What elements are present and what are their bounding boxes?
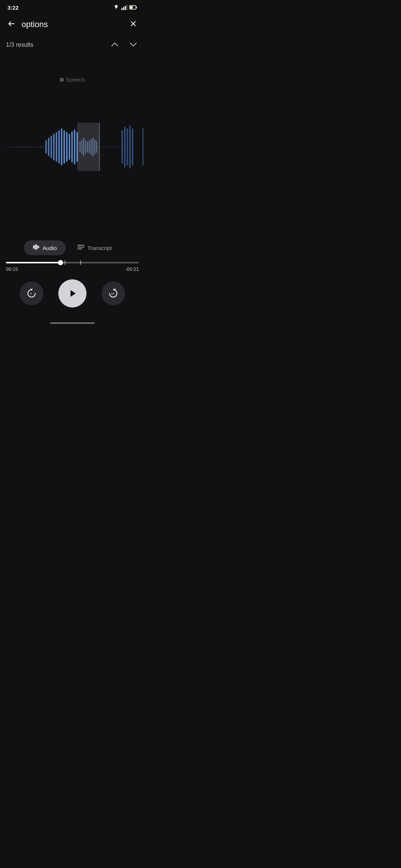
- svg-rect-29: [92, 138, 94, 156]
- svg-text:5: 5: [30, 292, 32, 295]
- close-button[interactable]: [128, 18, 139, 31]
- play-button[interactable]: [58, 279, 87, 308]
- svg-text:10: 10: [111, 292, 114, 295]
- svg-rect-31: [96, 141, 97, 153]
- svg-rect-24: [83, 138, 84, 156]
- progress-filled: [6, 262, 61, 263]
- nav-buttons: [109, 39, 139, 51]
- svg-rect-15: [63, 130, 65, 164]
- svg-rect-40: [33, 246, 34, 249]
- svg-rect-17: [69, 134, 70, 160]
- remaining-time: -00:21: [125, 266, 139, 272]
- next-result-button[interactable]: [128, 39, 139, 51]
- svg-rect-35: [127, 128, 128, 165]
- prev-result-button[interactable]: [109, 39, 120, 51]
- svg-rect-19: [74, 129, 75, 164]
- progress-bar[interactable]: [6, 262, 139, 263]
- svg-rect-42: [36, 244, 37, 250]
- player-controls: 5 10: [0, 272, 145, 319]
- svg-rect-23: [81, 139, 82, 154]
- svg-rect-25: [85, 140, 86, 154]
- svg-rect-0: [121, 8, 123, 10]
- svg-rect-43: [37, 245, 38, 249]
- svg-rect-9: [48, 138, 49, 156]
- progress-marker-1: [65, 260, 65, 265]
- current-time: 00:15: [6, 266, 18, 272]
- svg-rect-13: [58, 130, 60, 164]
- svg-rect-5: [136, 7, 137, 9]
- svg-rect-28: [91, 139, 92, 155]
- speech-label-text: Speech: [66, 76, 85, 83]
- svg-rect-22: [79, 141, 81, 152]
- tab-transcript-label: Transcript: [87, 245, 112, 251]
- battery-icon: [129, 5, 137, 10]
- progress-marker-2: [80, 260, 81, 265]
- svg-rect-8: [45, 140, 47, 154]
- svg-rect-14: [61, 128, 62, 165]
- transcript-tab-icon: [78, 244, 84, 251]
- search-query-text: options: [22, 20, 123, 29]
- speech-dot-icon: [60, 78, 64, 82]
- top-bar: options: [0, 13, 145, 36]
- svg-rect-2: [125, 6, 126, 10]
- signal-icon: [121, 5, 127, 10]
- svg-rect-11: [53, 134, 55, 160]
- svg-rect-10: [50, 136, 52, 158]
- svg-rect-1: [123, 7, 124, 10]
- progress-times: 00:15 -00:21: [6, 266, 139, 272]
- rewind-button[interactable]: 5: [20, 282, 43, 305]
- svg-rect-36: [129, 125, 131, 168]
- svg-rect-30: [94, 139, 95, 154]
- wifi-icon: [113, 5, 120, 10]
- waveform-display: [0, 95, 145, 199]
- svg-rect-27: [89, 140, 90, 154]
- svg-rect-44: [38, 246, 39, 248]
- svg-rect-26: [87, 141, 88, 152]
- forward-button[interactable]: 10: [101, 282, 125, 305]
- status-time: 3:22: [7, 4, 19, 11]
- status-bar: 3:22: [0, 0, 145, 13]
- progress-thumb[interactable]: [58, 260, 63, 265]
- waveform-container: Speech: [0, 62, 145, 232]
- waveform-svg: [0, 117, 145, 177]
- svg-rect-41: [34, 245, 35, 249]
- svg-rect-16: [66, 132, 68, 162]
- tab-transcript[interactable]: Transcript: [69, 240, 121, 255]
- svg-rect-12: [56, 132, 57, 162]
- svg-rect-18: [71, 131, 73, 162]
- audio-tab-icon: [33, 244, 40, 251]
- back-button[interactable]: [6, 18, 17, 31]
- svg-rect-37: [132, 128, 133, 165]
- tabs-container: Audio Transcript: [0, 236, 145, 260]
- status-icons: [113, 5, 137, 10]
- svg-rect-33: [121, 130, 123, 164]
- results-count: 1/3 results: [6, 42, 33, 48]
- tab-audio[interactable]: Audio: [24, 240, 66, 255]
- svg-rect-34: [124, 126, 125, 167]
- svg-rect-3: [127, 5, 128, 10]
- tab-audio-label: Audio: [43, 245, 57, 251]
- speech-label: Speech: [60, 76, 85, 83]
- home-indicator: [50, 322, 95, 324]
- results-bar: 1/3 results: [0, 36, 145, 54]
- progress-section: 00:15 -00:21: [0, 262, 145, 272]
